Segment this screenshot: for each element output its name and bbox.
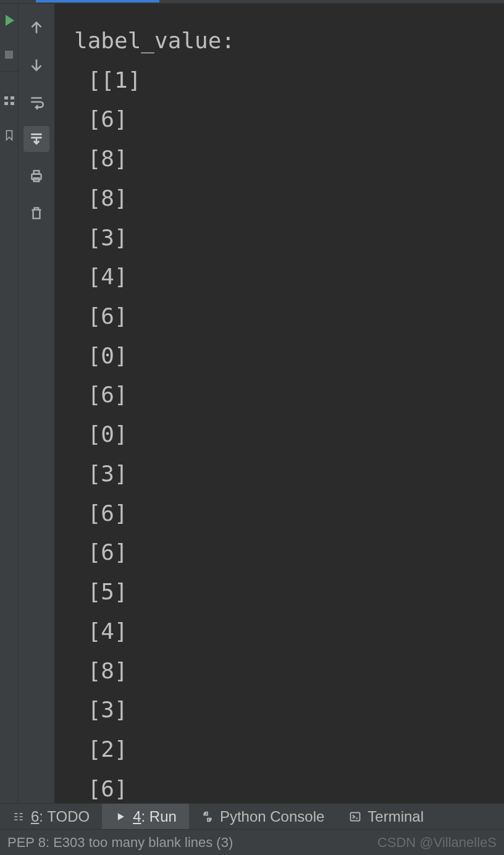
console-line: [4] [74, 618, 128, 644]
left-gutter [0, 4, 19, 807]
tab-terminal-label: Terminal [368, 808, 424, 825]
console-line: [4] [74, 264, 128, 289]
console-line: [6] [74, 106, 128, 132]
console-line: [8] [74, 185, 128, 211]
console-line: [2] [74, 736, 128, 762]
console-line: [6] [74, 776, 128, 801]
console-header: label_value: [74, 28, 235, 53]
console-line: [[1] [74, 67, 141, 93]
console-output[interactable]: label_value: [[1] [6] [8] [8] [3] [4] [6… [54, 4, 504, 807]
status-bar: PEP 8: E303 too many blank lines (3) CSD… [0, 829, 504, 855]
arrow-up-icon[interactable] [23, 15, 49, 41]
tab-run[interactable]: 4: Run [102, 804, 189, 829]
watermark: CSDN @VillanelleS [377, 835, 497, 851]
console-line: [5] [74, 579, 128, 604]
print-icon[interactable] [23, 163, 49, 189]
tab-todo-num: 6 [31, 808, 39, 825]
run-icon[interactable] [6, 15, 14, 26]
console-line: [6] [74, 382, 128, 407]
tab-todo[interactable]: 6: TODO [0, 804, 102, 829]
bottom-tool-tabs: 6: TODO 4: Run Python Console Terminal [0, 803, 504, 829]
console-line: [0] [74, 343, 128, 368]
stop-icon[interactable] [5, 51, 13, 59]
main-area: label_value: [[1] [6] [8] [8] [3] [4] [6… [0, 4, 504, 807]
tab-run-num: 4 [133, 808, 141, 825]
console-line: [3] [74, 225, 128, 250]
soft-wrap-icon[interactable] [23, 89, 49, 115]
tab-todo-label: : TODO [39, 808, 90, 825]
tab-python-console[interactable]: Python Console [189, 804, 337, 829]
active-tab-indicator [36, 0, 159, 2]
trash-icon[interactable] [23, 200, 49, 226]
arrow-down-icon[interactable] [23, 52, 49, 78]
svg-point-4 [209, 819, 210, 820]
tab-run-label: : Run [141, 808, 177, 825]
console-line: [6] [74, 500, 128, 526]
tab-python-console-label: Python Console [220, 808, 324, 825]
run-toolbar [19, 4, 54, 807]
console-line: [8] [74, 146, 128, 171]
gutter-divider [0, 71, 19, 72]
console-line: [3] [74, 461, 128, 486]
tab-terminal[interactable]: Terminal [337, 804, 436, 829]
status-message: PEP 8: E303 too many blank lines (3) [7, 835, 233, 851]
svg-point-3 [205, 813, 206, 814]
console-line: [3] [74, 697, 128, 722]
structure-icon[interactable] [4, 96, 14, 105]
console-line: [6] [74, 303, 128, 329]
favorites-icon[interactable] [4, 130, 15, 141]
console-line: [8] [74, 658, 128, 683]
scroll-to-end-icon[interactable] [23, 126, 49, 152]
console-line: [0] [74, 421, 128, 447]
console-line: [6] [74, 539, 128, 565]
svg-rect-1 [34, 171, 40, 174]
